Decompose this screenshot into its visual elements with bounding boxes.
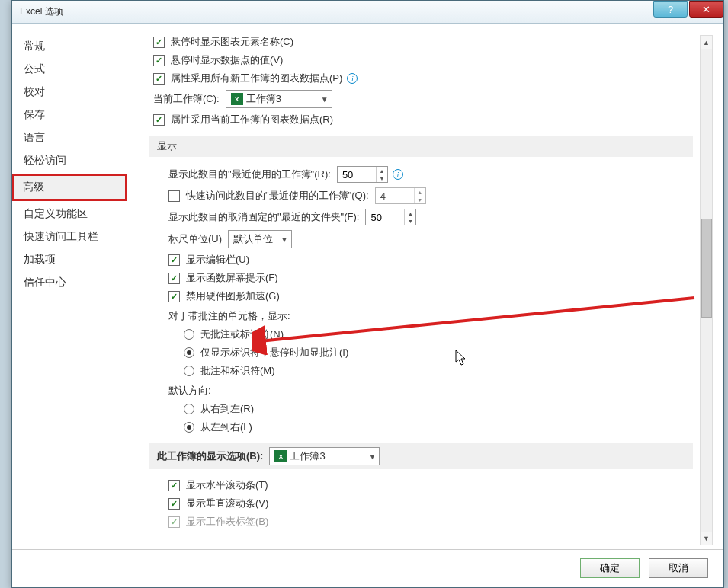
sidebar-item-quick-access[interactable]: 快速访问工具栏: [12, 225, 130, 248]
spin-up-icon[interactable]: ▲: [405, 209, 415, 217]
dropdown-current-workbook-value: 工作簿3: [246, 92, 281, 106]
label-comments-and-indicator: 批注和标识符(M): [200, 364, 275, 378]
spin-up-icon[interactable]: ▲: [377, 167, 387, 174]
options-dialog: Excel 选项 ? ✕ 常规 公式 校对 保存 语言 轻松访问 高级 自定义功…: [11, 0, 724, 588]
label-show-vscroll: 显示垂直滚动条(V): [186, 497, 268, 510]
scroll-down-button[interactable]: ▼: [701, 532, 712, 545]
checkbox-show-hscroll[interactable]: [168, 480, 180, 491]
radio-ltr[interactable]: [184, 422, 194, 433]
spinner-quick-access[interactable]: ▲▼: [375, 187, 426, 204]
label-ltr: 从左到右(L): [200, 420, 252, 434]
spin-down-icon[interactable]: ▼: [415, 196, 425, 203]
help-button[interactable]: ?: [653, 1, 688, 18]
dropdown-current-workbook[interactable]: X 工作簿3 ▼: [226, 90, 332, 108]
cancel-button[interactable]: 取消: [649, 558, 708, 578]
sidebar-item-language[interactable]: 语言: [12, 126, 130, 149]
info-icon[interactable]: i: [347, 73, 358, 84]
label-props-current-workbook: 属性采用当前工作簿的图表数据点(R): [171, 113, 333, 126]
label-hover-chart-element: 悬停时显示图表元素名称(C): [171, 35, 293, 49]
label-no-comments: 无批注或标识符(N): [200, 328, 284, 341]
sidebar-item-customize-ribbon[interactable]: 自定义功能区: [12, 203, 130, 225]
checkbox-show-function-tips[interactable]: [168, 273, 180, 284]
dialog-footer: 确定 取消: [12, 549, 723, 586]
checkbox-show-vscroll[interactable]: [168, 498, 180, 510]
checkbox-disable-hw-accel[interactable]: [168, 291, 180, 302]
spinner-quick-access-input[interactable]: [376, 190, 414, 202]
checkbox-show-sheet-tabs[interactable]: [168, 516, 180, 528]
sidebar: 常规 公式 校对 保存 语言 轻松访问 高级 自定义功能区 快速访问工具栏 加载…: [12, 24, 130, 549]
radio-comments-and-indicator[interactable]: [184, 366, 194, 376]
spin-down-icon[interactable]: ▼: [377, 174, 387, 182]
scrollbar-thumb[interactable]: [701, 219, 712, 318]
sidebar-item-advanced-highlight: 高级: [12, 174, 127, 201]
titlebar: Excel 选项 ? ✕: [12, 1, 723, 24]
dropdown-workbook-display[interactable]: X 工作簿3 ▼: [269, 447, 380, 465]
label-recent-folders: 显示此数目的取消固定的"最近的文件夹"(F):: [168, 210, 359, 224]
checkbox-hover-datapoint[interactable]: [153, 55, 165, 66]
dropdown-ruler-value: 默认单位: [233, 232, 273, 246]
sidebar-item-addins[interactable]: 加载项: [12, 248, 130, 271]
excel-icon: X: [231, 93, 243, 105]
close-button[interactable]: ✕: [689, 1, 723, 18]
spinner-recent-workbooks[interactable]: ▲▼: [337, 166, 388, 183]
window-buttons: ? ✕: [653, 1, 723, 23]
section-workbook-display: 此工作簿的显示选项(B): X 工作簿3 ▼: [149, 443, 693, 469]
sidebar-item-general[interactable]: 常规: [12, 35, 130, 58]
label-disable-hw-accel: 禁用硬件图形加速(G): [186, 289, 280, 303]
vertical-scrollbar[interactable]: ▲ ▼: [700, 35, 713, 545]
ok-button[interactable]: 确定: [580, 558, 640, 578]
label-show-hscroll: 显示水平滚动条(T): [186, 478, 268, 492]
section-workbook-display-label: 此工作簿的显示选项(B):: [157, 449, 263, 463]
window-title: Excel 选项: [12, 5, 63, 18]
excel-icon: X: [274, 450, 287, 462]
checkbox-quick-access-recent[interactable]: [168, 190, 180, 202]
radio-indicator-only[interactable]: [184, 347, 194, 358]
chevron-down-icon: ▼: [321, 95, 329, 104]
spinner-recent-folders-input[interactable]: [366, 212, 404, 223]
sidebar-item-accessibility[interactable]: 轻松访问: [12, 149, 130, 172]
sidebar-item-formulas[interactable]: 公式: [12, 58, 130, 81]
label-ruler-units: 标尺单位(U): [168, 232, 222, 246]
radio-no-comments[interactable]: [184, 329, 194, 340]
label-show-function-tips: 显示函数屏幕提示(F): [186, 271, 278, 285]
scroll-inner: 悬停时显示图表元素名称(C) 悬停时显示数据点的值(V) 属性采用所有新工作簿的…: [153, 35, 716, 529]
radio-rtl[interactable]: [184, 404, 194, 414]
section-display: 显示: [149, 136, 693, 157]
label-show-formula-bar: 显示编辑栏(U): [186, 253, 249, 267]
sidebar-item-advanced[interactable]: 高级: [14, 176, 125, 199]
sidebar-item-save[interactable]: 保存: [12, 104, 130, 126]
checkbox-props-current-workbook[interactable]: [153, 114, 165, 126]
label-comments-display: 对于带批注的单元格，显示:: [168, 309, 693, 323]
sidebar-item-proofing[interactable]: 校对: [12, 81, 130, 104]
label-rtl: 从右到左(R): [200, 402, 254, 416]
label-indicator-only: 仅显示标识符，悬停时加显批注(I): [200, 346, 348, 360]
spinner-recent-folders[interactable]: ▲▼: [365, 209, 416, 225]
label-recent-workbooks: 显示此数目的"最近使用的工作簿"(R):: [168, 168, 331, 181]
label-default-direction: 默认方向:: [168, 384, 693, 398]
label-show-sheet-tabs: 显示工作表标签(B): [186, 515, 268, 529]
checkbox-show-formula-bar[interactable]: [168, 254, 180, 266]
dialog-body: 常规 公式 校对 保存 语言 轻松访问 高级 自定义功能区 快速访问工具栏 加载…: [12, 24, 723, 549]
spin-down-icon[interactable]: ▼: [405, 217, 415, 225]
spinner-recent-workbooks-input[interactable]: [338, 169, 376, 181]
checkbox-hover-chart-element[interactable]: [153, 37, 165, 48]
scroll-up-button[interactable]: ▲: [701, 36, 712, 49]
info-icon[interactable]: i: [393, 169, 403, 180]
label-quick-access-recent: 快速访问此数目的"最近使用的工作簿"(Q):: [186, 189, 369, 203]
sidebar-item-trust-center[interactable]: 信任中心: [12, 271, 130, 294]
chevron-down-icon: ▼: [368, 452, 376, 461]
label-hover-datapoint: 悬停时显示数据点的值(V): [171, 53, 283, 67]
dropdown-ruler-units[interactable]: 默认单位 ▼: [228, 230, 292, 248]
content-pane: 悬停时显示图表元素名称(C) 悬停时显示数据点的值(V) 属性采用所有新工作簿的…: [130, 24, 723, 549]
dropdown-workbook-display-value: 工作簿3: [290, 449, 325, 463]
label-current-workbook: 当前工作簿(C):: [153, 92, 220, 106]
spin-up-icon[interactable]: ▲: [415, 188, 425, 196]
label-props-all-workbooks: 属性采用所有新工作簿的图表数据点(P): [171, 72, 342, 85]
chevron-down-icon: ▼: [281, 235, 288, 244]
checkbox-props-all-workbooks[interactable]: [153, 73, 165, 85]
